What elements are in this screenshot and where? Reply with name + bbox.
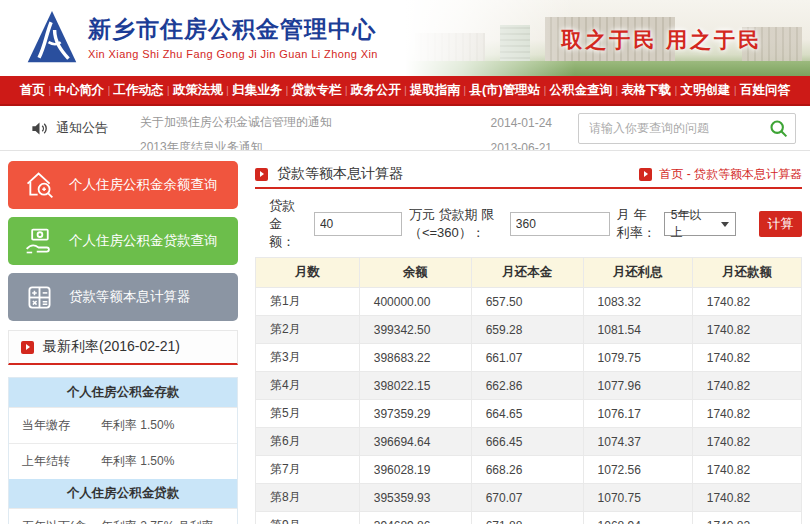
nav-item-1[interactable]: 中心简介 — [54, 82, 104, 99]
table-cell: 1081.54 — [583, 316, 692, 344]
notice-date: 2014-01-24 — [491, 116, 552, 130]
main-nav: 首页|中心简介|工作动态|政策法规|归集业务|贷款专栏|政务公开|提取指南|县(… — [0, 76, 810, 106]
rate-key: 五年以下(含五年) — [9, 509, 95, 524]
breadcrumb[interactable]: 首页 - 贷款等额本息计算器 — [659, 166, 802, 183]
table-cell: 659.28 — [471, 316, 583, 344]
site-header: 新乡市住房公积金管理中心 Xin Xiang Shi Zhu Fang Gong… — [0, 0, 810, 76]
table-cell: 661.07 — [471, 344, 583, 372]
table-cell: 1083.32 — [583, 288, 692, 316]
table-row: 第1月400000.00657.501083.321740.82 — [256, 288, 802, 316]
nav-divider: | — [404, 84, 407, 96]
chevron-down-icon — [721, 222, 729, 227]
table-cell: 671.88 — [471, 512, 583, 524]
nav-item-2[interactable]: 工作动态 — [114, 82, 164, 99]
rate-row: 当年缴存年利率 1.50% — [9, 407, 237, 443]
red-arrow-icon — [639, 168, 652, 181]
table-row: 第9月394689.86671.881068.941740.82 — [256, 512, 802, 524]
table-cell: 第7月 — [256, 456, 360, 484]
rates-title-text: 最新利率(2016-02-21) — [43, 338, 180, 356]
rate-row: 五年以下(含五年)年利率 2.75% 月利率 2.2917‰ — [9, 508, 237, 524]
rate-value: 年利率 2.75% 月利率 2.2917‰ — [95, 509, 237, 524]
table-cell: 662.86 — [471, 372, 583, 400]
table-cell: 398683.22 — [359, 344, 471, 372]
table-cell: 397359.29 — [359, 400, 471, 428]
table-cell: 第5月 — [256, 400, 360, 428]
amortization-table-body: 第1月400000.00657.501083.321740.82第2月39934… — [256, 288, 802, 524]
rate-row: 上年结转年利率 1.50% — [9, 443, 237, 479]
nav-divider: | — [48, 84, 51, 96]
page-title: 贷款等额本息计算器 — [277, 165, 403, 183]
table-cell: 1740.82 — [692, 344, 801, 372]
table-row: 第4月398022.15662.861077.961740.82 — [256, 372, 802, 400]
nav-item-3[interactable]: 政策法规 — [173, 82, 223, 99]
nav-item-6[interactable]: 政务公开 — [351, 82, 401, 99]
sidebar-button-balance-query[interactable]: 个人住房公积金余额查询 — [8, 161, 238, 209]
nav-divider: | — [285, 84, 288, 96]
table-row: 第6月396694.64666.451074.371740.82 — [256, 428, 802, 456]
house-magnifier-icon — [23, 169, 56, 202]
table-cell: 1070.75 — [583, 484, 692, 512]
nav-divider: | — [675, 84, 678, 96]
rates-section-title: 最新利率(2016-02-21) — [8, 330, 238, 365]
table-cell: 395359.93 — [359, 484, 471, 512]
sidebar-button-calculator[interactable]: 贷款等额本息计算器 — [8, 273, 238, 321]
nav-item-4[interactable]: 归集业务 — [232, 82, 282, 99]
amortization-table-head: 月数余额月还本金月还利息月还款额 — [256, 258, 802, 288]
search-box — [578, 113, 796, 144]
nav-divider: | — [615, 84, 618, 96]
term-unit-and-rate-label: 月 年利率： — [617, 206, 657, 242]
sidebar-button-label: 个人住房公积金余额查询 — [69, 176, 218, 194]
table-cell: 1068.94 — [583, 512, 692, 524]
rate-select-value: 5年以上 — [671, 207, 713, 241]
nav-divider: | — [108, 84, 111, 96]
site-logo-icon — [26, 8, 78, 66]
table-cell: 1072.56 — [583, 456, 692, 484]
nav-item-9[interactable]: 公积金查询 — [550, 82, 613, 99]
notice-label: 通知公告 — [56, 119, 108, 137]
notice-item-1: 2013年度结息业务通知2013-06-21 — [140, 135, 578, 150]
sidebar-button-label: 个人住房公积金贷款查询 — [69, 232, 218, 250]
nav-item-11[interactable]: 文明创建 — [681, 82, 731, 99]
table-row: 第3月398683.22661.071079.751740.82 — [256, 344, 802, 372]
sidebar-button-loan-query[interactable]: 个人住房公积金贷款查询 — [8, 217, 238, 265]
calculate-button[interactable]: 计算 — [759, 211, 802, 237]
table-cell: 第3月 — [256, 344, 360, 372]
table-cell: 396028.19 — [359, 456, 471, 484]
nav-item-8[interactable]: 县(市)管理站 — [469, 82, 540, 99]
loan-term-input[interactable] — [510, 212, 610, 236]
table-cell: 399342.50 — [359, 316, 471, 344]
nav-item-0[interactable]: 首页 — [20, 82, 45, 99]
red-arrow-icon — [21, 341, 34, 354]
nav-divider: | — [543, 84, 546, 96]
rate-value: 年利率 1.50% — [95, 408, 237, 443]
table-cell: 398022.15 — [359, 372, 471, 400]
nav-item-12[interactable]: 百姓问答 — [740, 82, 790, 99]
table-cell: 396694.64 — [359, 428, 471, 456]
notice-link[interactable]: 关于加强住房公积金诚信管理的通知 — [140, 114, 332, 131]
rate-select[interactable]: 5年以上 — [664, 212, 736, 236]
table-cell: 1074.37 — [583, 428, 692, 456]
notice-link[interactable]: 2013年度结息业务通知 — [140, 139, 263, 150]
search-button[interactable] — [768, 118, 789, 139]
notice-list: 关于加强住房公积金诚信管理的通知2014-01-242013年度结息业务通知20… — [140, 110, 578, 150]
nav-divider: | — [226, 84, 229, 96]
rate-table: 个人住房公积金存款当年缴存年利率 1.50%上年结转年利率 1.50%个人住房公… — [8, 377, 238, 524]
table-cell: 1740.82 — [692, 400, 801, 428]
table-cell: 1740.82 — [692, 428, 801, 456]
nav-item-10[interactable]: 表格下载 — [621, 82, 671, 99]
table-cell: 第8月 — [256, 484, 360, 512]
table-cell: 1077.96 — [583, 372, 692, 400]
notice-item-0: 关于加强住房公积金诚信管理的通知2014-01-24 — [140, 110, 578, 135]
nav-item-5[interactable]: 贷款专栏 — [291, 82, 341, 99]
nav-item-7[interactable]: 提取指南 — [410, 82, 460, 99]
search-input[interactable] — [578, 113, 796, 144]
sidebar: 个人住房公积金余额查询 个人住房公积金贷款查询 贷款等额本息计算器 — [8, 161, 238, 524]
table-cell: 668.26 — [471, 456, 583, 484]
loan-amount-input[interactable] — [314, 212, 402, 236]
table-cell: 1740.82 — [692, 484, 801, 512]
nav-divider: | — [463, 84, 466, 96]
table-cell: 657.50 — [471, 288, 583, 316]
hand-money-icon — [23, 225, 56, 258]
rate-key: 上年结转 — [9, 444, 95, 479]
amount-unit-and-term-label: 万元 贷款期 限（<=360）： — [409, 206, 503, 242]
